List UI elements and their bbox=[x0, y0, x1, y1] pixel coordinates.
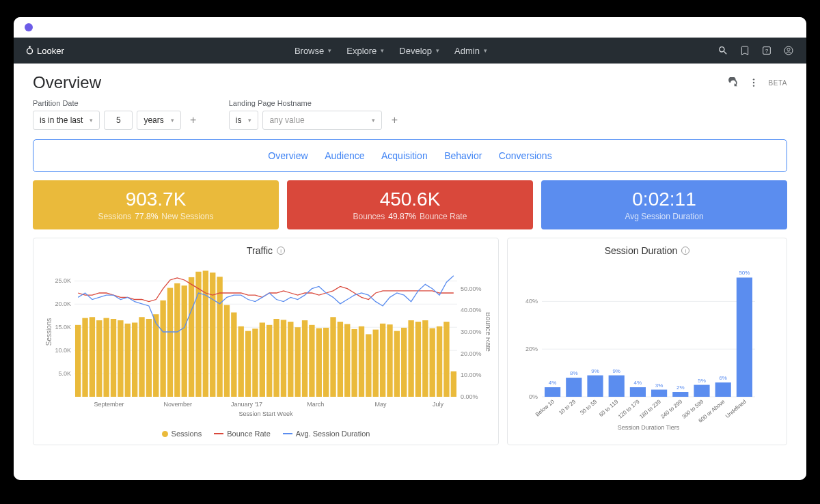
add-filter-button[interactable]: + bbox=[185, 112, 202, 128]
svg-rect-66 bbox=[366, 334, 371, 397]
tab-acquisition[interactable]: Acquisition bbox=[381, 150, 428, 161]
svg-point-8 bbox=[752, 85, 754, 86]
svg-rect-48 bbox=[238, 326, 244, 397]
svg-rect-94 bbox=[545, 387, 560, 397]
chevron-down-icon: ▾ bbox=[381, 47, 384, 54]
looker-icon bbox=[26, 45, 33, 56]
svg-rect-51 bbox=[260, 322, 265, 397]
svg-point-7 bbox=[752, 82, 754, 83]
svg-rect-57 bbox=[302, 320, 308, 397]
svg-rect-39 bbox=[174, 283, 180, 397]
tabs-card: Overview Audience Acquisition Behavior C… bbox=[33, 139, 787, 172]
svg-rect-61 bbox=[330, 317, 336, 397]
filter-value-input[interactable]: 5 bbox=[104, 111, 133, 130]
svg-rect-43 bbox=[203, 270, 208, 397]
svg-rect-32 bbox=[125, 324, 131, 397]
kpi-value: 450.6K bbox=[295, 188, 525, 210]
nav-browse[interactable]: Browse▾ bbox=[295, 46, 331, 56]
svg-rect-69 bbox=[387, 324, 392, 397]
traffic-chart-card: Traffici 5.0K10.0K15.0K20.0K25.0K0.00%10… bbox=[33, 238, 499, 445]
page-actions: BETA bbox=[728, 77, 787, 88]
svg-rect-67 bbox=[373, 330, 379, 397]
tab-audience[interactable]: Audience bbox=[325, 150, 364, 161]
svg-text:Sessions: Sessions bbox=[45, 318, 53, 346]
chevron-down-icon: ▾ bbox=[436, 47, 439, 54]
traffic-chart: 5.0K10.0K15.0K20.0K25.0K0.00%10.00%20.00… bbox=[42, 260, 490, 424]
tab-behavior[interactable]: Behavior bbox=[444, 150, 482, 161]
info-icon[interactable]: i bbox=[277, 247, 285, 255]
svg-rect-50 bbox=[252, 328, 258, 397]
svg-text:January '17: January '17 bbox=[231, 401, 262, 408]
account-icon[interactable] bbox=[783, 45, 794, 56]
svg-rect-60 bbox=[323, 328, 329, 397]
svg-text:4%: 4% bbox=[549, 380, 557, 386]
search-icon[interactable] bbox=[718, 45, 728, 56]
nav-develop[interactable]: Develop▾ bbox=[399, 46, 439, 56]
bookmark-icon[interactable] bbox=[739, 45, 750, 56]
add-filter-button[interactable]: + bbox=[386, 112, 402, 128]
svg-text:10.00%: 10.00% bbox=[461, 372, 482, 378]
svg-rect-46 bbox=[224, 305, 230, 397]
svg-text:10.0K: 10.0K bbox=[55, 347, 71, 354]
chevron-down-icon: ▾ bbox=[328, 47, 331, 54]
svg-rect-100 bbox=[587, 376, 603, 397]
info-icon[interactable]: i bbox=[681, 247, 689, 255]
kpi-bounces[interactable]: 450.6K Bounces49.87%Bounce Rate bbox=[287, 180, 533, 229]
traffic-light-icon[interactable] bbox=[25, 23, 33, 31]
svg-text:15.0K: 15.0K bbox=[55, 324, 71, 331]
svg-text:Bounce Rate: Bounce Rate bbox=[484, 312, 490, 352]
svg-rect-70 bbox=[394, 331, 400, 397]
svg-text:Below 10: Below 10 bbox=[534, 398, 556, 417]
more-icon[interactable] bbox=[748, 77, 759, 88]
svg-text:180 to 239: 180 to 239 bbox=[638, 398, 662, 420]
filter-label: Landing Page Hostname bbox=[229, 99, 403, 107]
svg-text:2%: 2% bbox=[676, 384, 685, 391]
kpi-duration[interactable]: 0:02:11 Avg Session Duration bbox=[541, 180, 787, 229]
svg-text:March: March bbox=[307, 401, 324, 408]
svg-rect-63 bbox=[344, 324, 350, 397]
kpi-sessions[interactable]: 903.7K Sessions77.8%New Sessions bbox=[33, 180, 279, 229]
svg-rect-41 bbox=[189, 277, 194, 397]
svg-point-0 bbox=[29, 46, 31, 48]
svg-text:30.00%: 30.00% bbox=[461, 328, 482, 335]
filters: Partition Date is in the last▾ 5 years▾ … bbox=[33, 99, 787, 130]
nav-explore[interactable]: Explore▾ bbox=[346, 46, 384, 56]
app-window: Looker Browse▾ Explore▾ Develop▾ Admin▾ … bbox=[14, 17, 806, 480]
svg-text:Undefined: Undefined bbox=[724, 399, 748, 419]
svg-rect-56 bbox=[295, 327, 300, 397]
chart-title: Session Duration bbox=[605, 245, 678, 256]
svg-rect-62 bbox=[338, 322, 343, 397]
tab-overview[interactable]: Overview bbox=[268, 150, 308, 161]
chevron-down-icon: ▾ bbox=[484, 47, 487, 54]
svg-rect-38 bbox=[167, 288, 173, 397]
svg-rect-72 bbox=[408, 320, 413, 397]
svg-text:Session Duration Tiers: Session Duration Tiers bbox=[618, 424, 680, 431]
svg-rect-73 bbox=[415, 322, 421, 397]
filter-unit-select[interactable]: years▾ bbox=[137, 111, 180, 130]
tab-conversions[interactable]: Conversions bbox=[499, 150, 552, 161]
nav-admin[interactable]: Admin▾ bbox=[454, 46, 487, 56]
svg-text:3%: 3% bbox=[655, 382, 664, 389]
filter-partition-date: Partition Date is in the last▾ 5 years▾ … bbox=[33, 99, 202, 130]
logo[interactable]: Looker bbox=[26, 45, 64, 56]
help-icon[interactable]: ? bbox=[761, 45, 772, 56]
svg-text:0.00%: 0.00% bbox=[461, 393, 478, 400]
svg-text:5%: 5% bbox=[698, 378, 706, 384]
svg-rect-55 bbox=[288, 322, 293, 397]
svg-text:0%: 0% bbox=[529, 393, 538, 400]
svg-rect-54 bbox=[281, 320, 286, 397]
svg-text:?: ? bbox=[765, 48, 769, 54]
svg-rect-25 bbox=[75, 325, 81, 397]
session-duration-chart: 0%20%40%4%Below 108%10 to 299%30 to 599%… bbox=[516, 260, 762, 435]
filter-value-select[interactable]: any value▾ bbox=[262, 111, 382, 130]
filter-op-select[interactable]: is in the last▾ bbox=[33, 111, 100, 130]
svg-rect-31 bbox=[118, 320, 123, 397]
svg-text:9%: 9% bbox=[591, 368, 599, 374]
svg-text:30 to 59: 30 to 59 bbox=[579, 398, 598, 416]
svg-point-1 bbox=[27, 48, 33, 54]
filter-op-select[interactable]: is▾ bbox=[229, 111, 259, 130]
refresh-icon[interactable] bbox=[728, 77, 739, 88]
svg-text:September: September bbox=[94, 401, 124, 408]
brand-text: Looker bbox=[37, 46, 64, 56]
svg-rect-34 bbox=[139, 317, 144, 397]
